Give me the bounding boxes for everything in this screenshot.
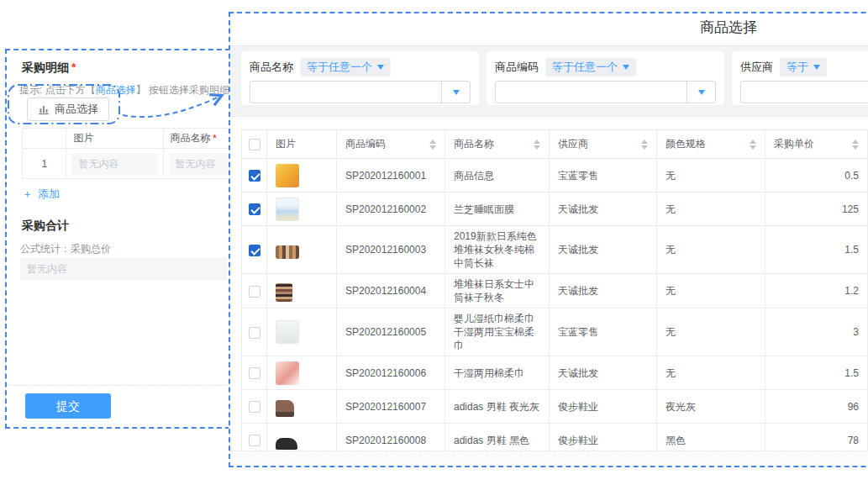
product-select-button[interactable]: 商品选择 [27,98,109,121]
chevron-down-icon [698,90,705,95]
row-checkbox[interactable] [249,327,260,339]
image-field-empty[interactable]: 暂无内容 [71,153,157,175]
cell-supplier: 俊步鞋业 [550,390,657,424]
cell-code: SP202012160006 [337,356,445,390]
purchase-detail-panel: 采购明细* 提示: 点击下方【商品选择】 按钮选择采购明细商品 商品选择 图片 [5,49,230,429]
panel-divider [8,385,227,386]
chevron-down-icon [453,90,460,95]
cell-spec: 无 [657,308,765,356]
submit-button[interactable]: 提交 [25,393,111,419]
plus-icon: ＋ [22,187,33,202]
table-row[interactable]: SP202012160003 2019新款日系纯色堆堆袜女秋冬纯棉中筒长袜 天诚… [242,226,868,274]
cell-price: 96 [765,390,868,424]
subtable-header-row: 图片 商品名称* [23,129,231,149]
cell-spec: 无 [657,356,765,390]
screen: 采购明细* 提示: 点击下方【商品选择】 按钮选择采购明细商品 商品选择 图片 [0,0,868,485]
sort-icon[interactable] [852,140,859,150]
cell-name: 兰芝睡眠面膜 [445,192,550,226]
add-row-link[interactable]: ＋ 添加 [22,187,60,202]
name-field-empty[interactable]: 暂无内容 [169,153,230,175]
hint-text: 提示: 点击下方【商品选择】 按钮选择采购明细商品 [19,83,230,98]
required-asterisk: * [213,134,217,143]
filter-label: 商品名称 [250,60,293,75]
cell-spec: 无 [657,226,765,274]
row-checkbox[interactable] [249,401,260,413]
cell-price: 1.5 [765,356,868,390]
table-header-row: 图片 商品编码 商品名称 供应商 颜色规格 采购单价 [242,130,868,159]
column-header-image: 图片 [267,130,337,159]
filter-bar: 商品名称 等于任意一个 商品编码 等于任意一个 [230,45,868,117]
filter-label: 供应商 [740,60,773,75]
table-row[interactable]: SP202012160002 兰芝睡眠面膜 天诚批发 无 125 [242,192,868,226]
product-thumbnail [276,320,299,344]
modal-title: 商品选择 [230,13,868,45]
cell-supplier: 宝蓝零售 [550,308,657,356]
product-select-modal: 商品选择 商品名称 等于任意一个 商品编码 等于任意 [229,12,868,467]
table-row[interactable]: SP202012160006 干湿两用棉柔巾 天诚批发 无 1.5 [242,356,868,390]
filter-operator-value: 等于 [786,60,808,75]
filter-operator-dropdown[interactable]: 等于任意一个 [300,58,391,76]
filter-operator-dropdown[interactable]: 等于 [780,58,827,76]
product-thumbnail [276,245,299,259]
filter-operator-value: 等于任意一个 [552,60,618,75]
row-checkbox[interactable] [249,203,260,215]
add-row-label: 添加 [38,187,60,202]
product-thumbnail [276,400,294,417]
purchase-detail-subtable: 图片 商品名称* 1 暂无内容 暂无内容 [22,128,230,179]
chevron-down-icon [623,65,629,70]
filter-value-input[interactable] [250,81,471,103]
filter-supplier: 供应商 等于 [732,51,868,105]
cell-price: 3 [765,308,868,356]
filter-value-input[interactable] [740,81,868,103]
filter-operator-dropdown[interactable]: 等于任意一个 [545,58,636,76]
table-row[interactable]: SP202012160005 婴儿湿纸巾棉柔巾干湿两用宝宝棉柔巾 宝蓝零售 无 … [242,308,868,356]
row-checkbox[interactable] [249,435,260,446]
sort-icon[interactable] [750,140,756,150]
filter-label: 商品编码 [495,60,539,75]
required-asterisk: * [71,61,76,74]
column-header-spec: 颜色规格 [657,130,765,159]
modal-footer-strip [230,451,868,464]
table-row[interactable]: SP202012160007 adidas 男鞋 夜光灰 俊步鞋业 夜光灰 96 [242,390,868,424]
sort-icon[interactable] [534,140,540,150]
table-row[interactable]: SP202012160004 堆堆袜日系女士中筒袜子秋冬 天诚批发 无 1.2 [242,274,868,308]
cell-name: 2019新款日系纯色堆堆袜女秋冬纯棉中筒长袜 [445,226,550,274]
subtable-row: 1 暂无内容 暂无内容 [23,149,231,179]
hint-product-select-link: 商品选择 [96,84,136,96]
row-checkbox[interactable] [249,245,260,256]
cell-name: 干湿两用棉柔巾 [445,356,550,390]
product-thumbnail [276,438,297,450]
row-checkbox[interactable] [249,286,260,298]
cell-supplier: 天诚批发 [550,356,657,390]
cell-supplier: 天诚批发 [550,226,657,274]
product-thumbnail [276,283,292,302]
select-all-checkbox[interactable] [249,139,260,150]
row-index: 1 [23,149,66,179]
dropdown-arrow-button[interactable] [441,82,470,103]
subtable-name-header: 商品名称* [163,129,230,149]
cell-code: SP202012160005 [337,308,445,356]
row-checkbox[interactable] [249,367,260,379]
chevron-down-icon [377,65,384,70]
purchase-detail-title-text: 采购明细 [22,61,69,74]
sort-icon[interactable] [641,140,648,150]
bar-chart-icon [38,103,50,115]
dropdown-arrow-button[interactable] [687,82,715,103]
chevron-down-icon [813,65,820,70]
filter-product-code: 商品编码 等于任意一个 [487,51,724,105]
purchase-total-title: 采购合计 [22,219,69,234]
sort-icon[interactable] [429,140,436,150]
cell-spec: 夜光灰 [657,390,765,424]
cell-name: adidas 男鞋 夜光灰 [445,390,550,424]
cell-price: 1.5 [765,226,868,274]
cell-code: SP202012160003 [337,226,445,274]
cell-spec: 无 [657,192,765,226]
table-row[interactable]: SP202012160001 商品信息 宝蓝零售 无 0.5 [242,159,868,192]
formula-label: 公式统计：采购总价 [20,242,111,256]
row-checkbox[interactable] [249,170,260,182]
purchase-total-value: 暂无内容 [20,257,227,281]
filter-value-input[interactable] [495,81,716,103]
subtable-image-header: 图片 [66,129,163,149]
cell-code: SP202012160007 [337,390,445,424]
product-thumbnail [276,361,299,385]
